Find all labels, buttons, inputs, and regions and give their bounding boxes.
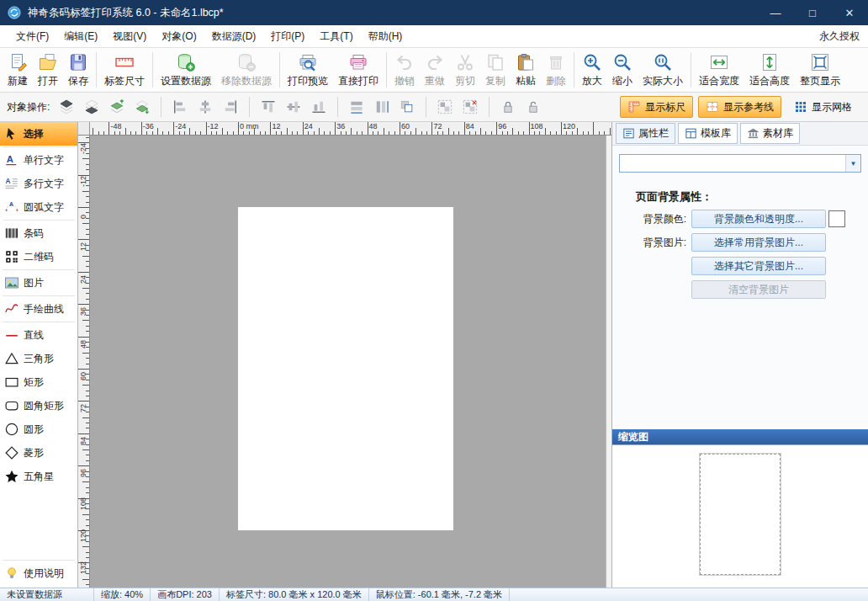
vertical-ruler: -24-1201224364860728496108120132: [78, 136, 90, 588]
tool-rounded-rectangle[interactable]: 圆角矩形: [0, 394, 77, 418]
ruler-tick: [86, 364, 89, 364]
ruler-tick: [82, 449, 89, 450]
label-page[interactable]: [238, 207, 453, 530]
ruler-tick: [86, 358, 89, 359]
tool-freehand-curve[interactable]: 手绘曲线: [0, 297, 77, 321]
ruler-tick: [125, 128, 126, 135]
help-label: 使用说明: [24, 566, 64, 581]
ruler-tick: [82, 353, 89, 354]
menu-view[interactable]: 视图(V): [105, 26, 154, 47]
select-other-background-button[interactable]: 选择其它背景图片...: [691, 257, 826, 275]
tool-separator: [3, 146, 75, 147]
tab-materials[interactable]: 素材库: [740, 123, 800, 144]
ruler-tick: [86, 391, 89, 391]
properties-label: 属性栏: [638, 126, 669, 141]
tool-select[interactable]: 选择: [0, 122, 77, 146]
ruler-tick: [141, 122, 142, 135]
show-ruler-toggle[interactable]: 显示标尺: [620, 96, 693, 118]
save-button[interactable]: 保存: [63, 51, 93, 90]
set-datasource-button[interactable]: 设置数据源: [156, 51, 216, 90]
vertical-scrollbar[interactable]: [606, 136, 611, 588]
tool-separator: [3, 560, 75, 561]
minimize-button[interactable]: —: [757, 0, 794, 25]
tab-properties[interactable]: 属性栏: [616, 123, 675, 144]
zoom-in-button[interactable]: 放大: [577, 51, 607, 90]
ruler-tick: [179, 131, 180, 135]
menu-edit[interactable]: 编辑(E): [56, 26, 105, 47]
tool-single-line-text[interactable]: A单行文字: [0, 148, 77, 172]
ruler-tick: [78, 465, 89, 466]
template-combobox[interactable]: [619, 154, 861, 173]
select-common-background-button[interactable]: 选择常用背景图片...: [691, 233, 826, 252]
zoom-out-button[interactable]: 缩小: [607, 51, 638, 90]
show-guides-toggle[interactable]: 显示参考线: [698, 96, 781, 118]
tool-star[interactable]: 五角星: [0, 465, 77, 488]
tool-image[interactable]: 图片: [0, 271, 77, 295]
tool-multi-line-text[interactable]: A多行文字: [0, 172, 77, 195]
menu-object[interactable]: 对象(O): [154, 26, 204, 47]
tool-diamond[interactable]: 菱形: [0, 441, 77, 465]
cut-button: 剪切: [450, 51, 480, 90]
ruler-tick: [86, 455, 89, 455]
menu-tools[interactable]: 工具(T): [312, 26, 360, 47]
maximize-button[interactable]: □: [794, 0, 831, 25]
remove-datasource-icon: [236, 52, 257, 72]
toolbar-separator: [386, 52, 387, 88]
direct-print-button[interactable]: 直接打印: [333, 51, 384, 90]
status-canvas-dpi: 画布DPI: 203: [151, 588, 220, 601]
menubar-items: 文件(F)编辑(E)视图(V)对象(O)数据源(D)打印(P)工具(T)帮助(H…: [8, 26, 410, 47]
canvas-region: -48-36-24-120 mm1224364860728496108120 -…: [78, 122, 611, 588]
ruler-tick: [410, 131, 411, 135]
label-size-button[interactable]: 标签尺寸: [99, 51, 150, 90]
menu-help[interactable]: 帮助(H): [361, 26, 410, 47]
undo-label: 撤销: [394, 74, 415, 88]
ruler-tick: [82, 385, 89, 386]
ruler-tick: [157, 128, 158, 135]
toolbar-group: 打印预览直接打印: [283, 48, 384, 92]
menu-print[interactable]: 打印(P): [263, 26, 312, 47]
background-image-row: 背景图片: 选择常用背景图片...: [612, 233, 868, 252]
barcode-label: 条码: [24, 226, 44, 241]
show-grid-toggle[interactable]: 显示网格: [786, 96, 860, 118]
ruler-tick: [453, 131, 454, 135]
background-color-button[interactable]: 背景颜色和透明度...: [691, 210, 826, 228]
menu-file[interactable]: 文件(F): [8, 26, 56, 47]
tool-rectangle[interactable]: 矩形: [0, 370, 77, 394]
fit-height-button[interactable]: 适合高度: [744, 51, 795, 90]
background-color-swatch[interactable]: [828, 210, 845, 227]
paste-button[interactable]: 粘贴: [511, 51, 541, 90]
ruler-tick: [82, 514, 89, 515]
chevron-down-icon[interactable]: [845, 155, 860, 172]
tool-arc-text[interactable]: A圆弧文字: [0, 195, 77, 219]
print-preview-button[interactable]: 打印预览: [283, 51, 333, 90]
select-icon: [4, 126, 19, 141]
tool-circle[interactable]: 圆形: [0, 418, 77, 441]
open-button[interactable]: 打开: [33, 51, 63, 90]
status-zoom-level: 缩放: 40%: [94, 588, 151, 601]
ruler-label: 48: [369, 122, 378, 130]
ruler-tick: [566, 131, 567, 135]
ruler-tick: [583, 131, 584, 135]
canvas[interactable]: [90, 136, 611, 588]
help-button[interactable]: 使用说明: [0, 561, 77, 585]
multi-line-text-label: 多行文字: [24, 177, 64, 191]
tool-qrcode[interactable]: 二维码: [0, 245, 77, 269]
menu-datasource[interactable]: 数据源(D): [204, 26, 264, 47]
actual-size-button[interactable]: 实际大小: [638, 51, 688, 90]
window-controls: — □ ✕: [757, 0, 868, 25]
tool-line[interactable]: 直线: [0, 323, 77, 347]
ruler-tick: [469, 131, 470, 135]
fit-height-label: 适合高度: [749, 74, 790, 88]
tool-triangle[interactable]: 三角形: [0, 347, 77, 370]
tab-templates[interactable]: 模板库: [678, 123, 738, 144]
close-button[interactable]: ✕: [831, 0, 868, 25]
object-toolbar-separator: [426, 97, 426, 117]
tool-barcode[interactable]: 条码: [0, 221, 77, 245]
fit-width-button[interactable]: 适合宽度: [694, 51, 744, 90]
new-button[interactable]: 新建: [3, 51, 33, 90]
ruler-tick: [86, 261, 89, 262]
ruler-tick: [512, 128, 513, 135]
fit-page-button[interactable]: 整页显示: [795, 51, 845, 90]
ruler-tick: [330, 131, 331, 135]
show-guides-label: 显示参考线: [723, 100, 774, 114]
